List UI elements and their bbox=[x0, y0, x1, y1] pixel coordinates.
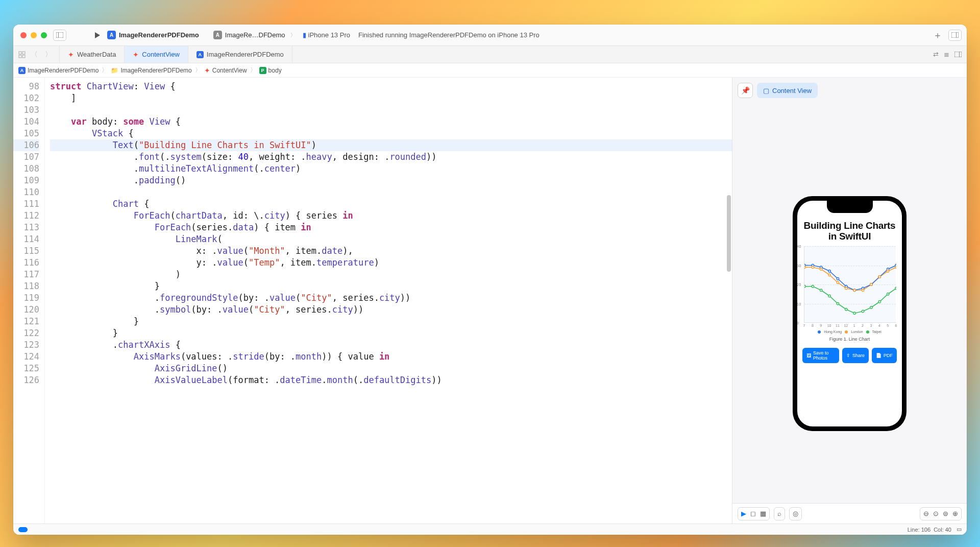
chart: 010203040789101112123456 bbox=[804, 246, 896, 323]
zoom-actual-icon[interactable]: ⊚ bbox=[943, 510, 948, 517]
scheme-selector[interactable]: A ImageRendererPDFDemo bbox=[107, 29, 199, 42]
preview-panel: 📌 ▢ Content View Building Line Charts in… bbox=[732, 78, 967, 524]
preview-button-share[interactable]: ⇪Share bbox=[842, 348, 869, 363]
svg-point-22 bbox=[804, 266, 805, 268]
svg-rect-2 bbox=[951, 32, 959, 38]
button-label: Share bbox=[852, 353, 865, 358]
pin-icon[interactable]: 📌 bbox=[738, 83, 753, 98]
svg-point-29 bbox=[862, 289, 864, 291]
nav-back-icon[interactable]: 〈 bbox=[29, 50, 40, 59]
swift-icon: ✦ bbox=[204, 66, 210, 75]
preview-canvas[interactable]: Building Line Charts in SwiftUI 01020304… bbox=[732, 103, 967, 524]
zoom-fit-icon[interactable]: ⊙ bbox=[933, 510, 939, 517]
tab-weatherdata[interactable]: ✦WeatherData bbox=[60, 46, 125, 63]
folder-icon: 📁 bbox=[111, 67, 118, 74]
svg-point-45 bbox=[895, 287, 896, 289]
svg-point-26 bbox=[837, 281, 839, 283]
refresh-icon[interactable]: ⇄ bbox=[933, 51, 939, 58]
zoom-icon[interactable] bbox=[41, 32, 47, 38]
device-frame: Building Line Charts in SwiftUI 01020304… bbox=[793, 196, 906, 431]
settings-icon[interactable]: ◎ bbox=[793, 510, 798, 517]
tab-contentview[interactable]: ✦ContentView bbox=[125, 46, 188, 63]
preview-buttons: 🖼Save to Photos⇪Share📄PDF bbox=[802, 348, 897, 363]
minimize-icon[interactable] bbox=[31, 32, 37, 38]
chevron-right-icon: 〉 bbox=[288, 32, 298, 39]
button-icon: 📄 bbox=[876, 353, 881, 358]
property-icon: P bbox=[259, 67, 266, 74]
chart-legend: Hong KongLondonTaipei bbox=[818, 330, 881, 334]
gutter: 9810210310410510610710810911011111211311… bbox=[13, 78, 45, 524]
add-button-icon[interactable]: ＋ bbox=[933, 29, 942, 41]
live-preview-icon[interactable]: ▶ bbox=[741, 510, 746, 517]
svg-point-35 bbox=[812, 286, 814, 288]
chart-title: Building Line Charts in SwiftUI bbox=[802, 220, 897, 243]
project-name: ImageRendererPDFDemo bbox=[119, 31, 199, 39]
chevron-right-icon: 〉 bbox=[249, 66, 257, 75]
nav-forward-icon[interactable]: 〉 bbox=[43, 50, 54, 59]
preview-button-save-to-photos[interactable]: 🖼Save to Photos bbox=[802, 348, 839, 363]
svg-point-25 bbox=[828, 274, 830, 276]
chevron-right-icon: 〉 bbox=[101, 66, 109, 75]
svg-point-44 bbox=[887, 293, 889, 295]
preview-mode-group[interactable]: ▶ ◻ ▦ bbox=[738, 507, 770, 520]
scheme-app-icon: A bbox=[213, 31, 222, 39]
app-icon: A bbox=[107, 31, 116, 39]
preview-button-pdf[interactable]: 📄PDF bbox=[872, 348, 897, 363]
zoom-out-icon[interactable]: ⊖ bbox=[923, 510, 929, 517]
svg-point-31 bbox=[878, 276, 880, 278]
adjust-editor-icon[interactable]: ≣ bbox=[944, 51, 949, 58]
svg-point-14 bbox=[837, 278, 839, 280]
svg-point-38 bbox=[837, 302, 839, 304]
svg-point-30 bbox=[870, 283, 872, 286]
device-name: iPhone 13 Pro bbox=[308, 31, 350, 39]
zoom-in-icon[interactable]: ⊕ bbox=[952, 510, 958, 517]
cursor-position: Line: 106 Col: 40 bbox=[908, 527, 951, 533]
library-toggle-icon[interactable] bbox=[948, 30, 962, 41]
main-split: 9810210310410510610710810911011111211311… bbox=[13, 78, 967, 524]
svg-point-28 bbox=[853, 289, 855, 291]
preview-toolbar: ▶ ◻ ▦ ⌕ ◎ ⊖ ⊙ ⊚ ⊕ bbox=[732, 503, 967, 524]
button-icon: ⇪ bbox=[846, 353, 850, 358]
selectable-preview-icon[interactable]: ◻ bbox=[750, 510, 756, 517]
scheme-name: ImageRe…DFDemo bbox=[225, 31, 285, 39]
preview-settings[interactable]: ◎ bbox=[789, 507, 802, 520]
code-area[interactable]: struct ChartView: View { ] var body: som… bbox=[45, 78, 732, 524]
svg-point-32 bbox=[887, 270, 889, 272]
svg-point-33 bbox=[895, 266, 896, 268]
chevron-right-icon: 〉 bbox=[194, 66, 202, 75]
breadcrumb[interactable]: A ImageRendererPDFDemo 〉 📁 ImageRenderer… bbox=[13, 63, 967, 78]
status-indicator bbox=[18, 527, 28, 532]
preview-icon: ▢ bbox=[763, 87, 769, 94]
button-label: PDF bbox=[884, 353, 893, 358]
preview-selector[interactable]: ▢ Content View bbox=[757, 83, 818, 98]
code-editor[interactable]: 9810210310410510610710810911011111211311… bbox=[13, 78, 732, 524]
close-icon[interactable] bbox=[20, 32, 27, 38]
svg-point-42 bbox=[870, 306, 872, 308]
breadcrumb-item: ContentView bbox=[212, 67, 247, 74]
tab-label: WeatherData bbox=[77, 51, 116, 58]
chart-caption: Figure 1. Line Chart bbox=[829, 337, 870, 342]
phone-icon: ▮ bbox=[303, 31, 306, 39]
swift-icon: ✦ bbox=[133, 51, 139, 59]
project-icon: A bbox=[197, 51, 204, 58]
device-settings-group[interactable]: ⌕ bbox=[774, 507, 785, 520]
orientation-icon[interactable]: ⌕ bbox=[777, 510, 781, 517]
related-items-icon[interactable] bbox=[18, 51, 26, 58]
sidebar-toggle-icon[interactable] bbox=[53, 30, 66, 41]
zoom-group[interactable]: ⊖ ⊙ ⊚ ⊕ bbox=[920, 507, 962, 520]
run-destination[interactable]: A ImageRe…DFDemo 〉 ▮ iPhone 13 Pro bbox=[213, 29, 350, 42]
minimap-icon[interactable]: ▭ bbox=[957, 526, 962, 533]
titlebar: A ImageRendererPDFDemo A ImageRe…DFDemo … bbox=[13, 25, 967, 46]
svg-rect-6 bbox=[19, 55, 21, 58]
tab-imagerendererpdfdemo[interactable]: AImageRendererPDFDemo bbox=[188, 46, 292, 63]
svg-point-23 bbox=[812, 266, 814, 268]
variants-icon[interactable]: ▦ bbox=[760, 510, 766, 517]
split-editor-icon[interactable] bbox=[954, 52, 962, 57]
svg-point-36 bbox=[820, 289, 822, 291]
svg-point-41 bbox=[862, 310, 864, 312]
button-label: Save to Photos bbox=[813, 350, 835, 361]
scrollbar[interactable] bbox=[727, 195, 731, 272]
run-button-icon[interactable] bbox=[92, 30, 103, 41]
svg-point-34 bbox=[804, 286, 805, 288]
svg-point-27 bbox=[845, 287, 847, 289]
